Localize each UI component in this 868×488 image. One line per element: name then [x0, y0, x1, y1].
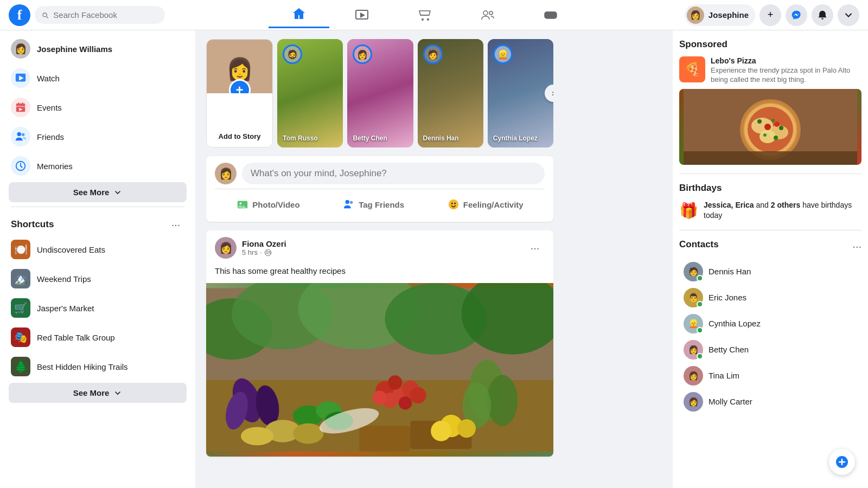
shortcuts-see-more-button[interactable]: See More	[9, 383, 187, 403]
sidebar-item-friends[interactable]: Friends	[4, 123, 191, 151]
sidebar-item-watch[interactable]: Watch	[4, 64, 191, 92]
shortcut-label-jaspers: Jasper's Market	[37, 304, 94, 313]
contact-tina-avatar: 👩	[684, 366, 703, 386]
post-actions: Photo/Video Tag Friends Feeling/Activity	[215, 194, 545, 215]
svg-point-58	[457, 419, 476, 438]
contact-tina-lim[interactable]: 👩 Tina Lim	[679, 363, 861, 389]
birthday-item[interactable]: 🎁 Jessica, Erica and 2 others have birth…	[679, 200, 861, 221]
sidebar-item-memories[interactable]: Memories	[4, 152, 191, 180]
add-to-story-card[interactable]: 👩 + Add to Story	[206, 39, 273, 147]
add-button[interactable]: +	[760, 4, 781, 26]
svg-rect-9	[16, 104, 25, 112]
post-header-left: 👩 Fiona Ozeri 5 hrs ·	[215, 237, 286, 259]
shortcuts-label: Shortcuts	[11, 219, 54, 230]
story-dennis-bg: 🧑 Dennis Han	[418, 39, 483, 147]
contact-cynthia-avatar: 👱	[684, 314, 703, 333]
sidebar-item-events-label: Events	[37, 103, 62, 112]
search-input[interactable]	[53, 10, 158, 20]
chevron-down-see-more-icon	[113, 188, 122, 197]
sidebar-item-events[interactable]: Events	[4, 93, 191, 121]
see-more-button[interactable]: See More	[9, 182, 187, 202]
post-input[interactable]	[242, 163, 545, 184]
photo-video-icon	[236, 198, 249, 211]
svg-point-67	[757, 119, 762, 124]
marketplace-icon	[417, 8, 432, 23]
stories-container: 👩 + Add to Story 🧔 Tom Russo 👩 Betty Che…	[206, 39, 553, 147]
photo-video-button[interactable]: Photo/Video	[227, 194, 308, 215]
nav-gaming-button[interactable]	[520, 2, 581, 28]
shortcut-weekend-trips[interactable]: 🏔️ Weekend Trips	[4, 265, 191, 293]
svg-point-70	[763, 133, 767, 137]
story-dennis-han[interactable]: 🧑 Dennis Han	[418, 39, 483, 147]
right-sidebar: Sponsored 🍕 Lebo's Pizza Experience the …	[673, 30, 868, 488]
menu-button[interactable]	[838, 4, 859, 26]
contacts-more-button[interactable]: ···	[852, 240, 861, 253]
shortcuts-more-button[interactable]: ···	[167, 216, 184, 233]
post-more-button[interactable]: ···	[525, 238, 545, 258]
sponsored-card[interactable]: 🍕 Lebo's Pizza Experience the trendy piz…	[679, 56, 861, 85]
contact-cynthia-lopez[interactable]: 👱 Cynthia Lopez	[679, 311, 861, 337]
user-profile-pill[interactable]: 👩 Josephine	[685, 4, 755, 26]
svg-point-52	[293, 423, 323, 444]
contact-betty-chen[interactable]: 👩 Betty Chen	[679, 337, 861, 363]
feeling-button[interactable]: Feeling/Activity	[438, 194, 532, 215]
story-cynthia-lopez[interactable]: 👱 Cynthia Lopez ›	[488, 39, 553, 147]
post-box-avatar: 👩	[215, 163, 237, 184]
bell-icon	[817, 10, 828, 21]
weekend-trips-icon: 🏔️	[11, 269, 30, 288]
nav-groups-button[interactable]	[457, 2, 518, 28]
sidebar-user[interactable]: 👩 Josephine Williams	[4, 35, 191, 63]
shortcut-label-hiking: Best Hidden Hiking Trails	[37, 362, 128, 371]
facebook-logo[interactable]: f	[9, 4, 30, 26]
contact-dennis-han[interactable]: 🧑 Dennis Han	[679, 259, 861, 285]
shortcut-hiking-trails[interactable]: 🌲 Best Hidden Hiking Trails	[4, 352, 191, 381]
contact-eric-name: Eric Jones	[709, 293, 746, 302]
svg-rect-75	[684, 151, 857, 165]
shortcut-red-table-talk[interactable]: 🎭 Red Table Talk Group	[4, 323, 191, 351]
post-author-name: Fiona Ozeri	[242, 239, 286, 248]
story-tom-name: Tom Russo	[283, 134, 337, 142]
story-cynthia-avatar: 👱	[493, 44, 513, 64]
contact-cynthia-name: Cynthia Lopez	[709, 319, 761, 328]
birthdays-label: Birthdays	[679, 183, 861, 194]
notifications-button[interactable]	[812, 4, 833, 26]
pizza-image-svg	[679, 89, 861, 165]
story-betty-chen[interactable]: 👩 Betty Chen	[347, 39, 413, 147]
svg-point-59	[431, 421, 451, 441]
contact-cynthia-online	[697, 327, 703, 333]
shortcut-jaspers-market[interactable]: 🛒 Jasper's Market	[4, 294, 191, 322]
tag-friends-button[interactable]: Tag Friends	[334, 194, 413, 215]
story-betty-avatar: 👩	[353, 44, 372, 64]
contact-molly-carter[interactable]: 👩 Molly Carter	[679, 389, 861, 415]
birthday-names: Jessica, Erica	[704, 201, 754, 209]
friends-sidebar-icon	[11, 127, 30, 146]
shortcut-label-red-table: Red Table Talk Group	[37, 333, 115, 342]
svg-point-68	[771, 119, 775, 122]
sidebar-item-watch-label: Watch	[37, 74, 60, 83]
ad-image[interactable]	[679, 89, 861, 165]
svg-point-18	[240, 202, 242, 204]
market-image-svg	[206, 283, 553, 457]
messenger-button[interactable]	[786, 4, 807, 26]
svg-marker-1	[360, 12, 365, 18]
nav-marketplace-button[interactable]	[394, 2, 455, 28]
shortcut-undiscovered-eats[interactable]: 🍽️ Undiscovered Eats	[4, 235, 191, 264]
gaming-icon	[543, 8, 558, 23]
left-sidebar: 👩 Josephine Williams Watch Events Friend…	[0, 30, 195, 488]
new-chat-button[interactable]	[829, 449, 855, 475]
main-layout: 👩 Josephine Williams Watch Events Friend…	[0, 0, 868, 488]
birthday-text: Jessica, Erica and 2 others have birthda…	[704, 200, 861, 221]
svg-point-26	[269, 251, 270, 253]
search-icon	[41, 11, 49, 20]
story-tom-russo[interactable]: 🧔 Tom Russo	[277, 39, 343, 147]
navbar: f 👩 Josephine +	[0, 0, 868, 30]
svg-point-72	[764, 124, 771, 130]
nav-watch-button[interactable]	[331, 2, 392, 28]
nav-home-button[interactable]	[269, 2, 329, 28]
search-box[interactable]	[35, 6, 165, 24]
jaspers-market-icon: 🛒	[11, 298, 30, 318]
contact-eric-jones[interactable]: 👨 Eric Jones	[679, 285, 861, 311]
messenger-icon	[791, 10, 802, 21]
svg-point-5	[489, 11, 493, 15]
chevron-down-shortcuts-icon	[113, 389, 122, 397]
